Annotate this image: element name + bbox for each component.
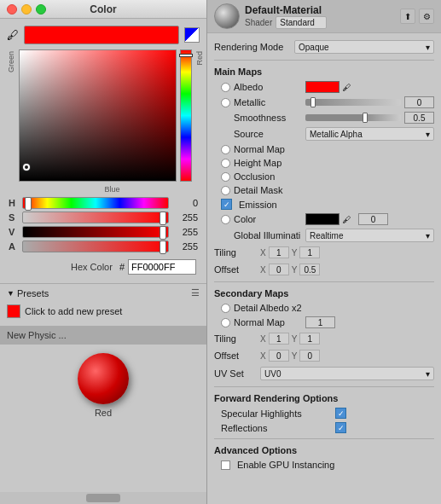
header-icons: ⬆ ⚙ <box>400 9 434 24</box>
uv-set-arrow: ▾ <box>426 369 430 379</box>
hue-track[interactable] <box>22 197 169 209</box>
forward-rendering-label: Forward Rendering Options <box>214 393 434 403</box>
offset-y-value[interactable]: 0.5 <box>299 264 320 275</box>
minimize-button[interactable] <box>21 4 32 14</box>
offset-label: Offset <box>214 264 257 275</box>
hue-cursor <box>179 54 193 57</box>
alpha-value: 255 <box>172 241 198 252</box>
metallic-radio[interactable] <box>221 98 230 107</box>
height-map-radio[interactable] <box>221 159 230 168</box>
sv-cursor <box>23 164 30 171</box>
maximize-button[interactable] <box>36 4 46 14</box>
smoothness-value[interactable]: 0.5 <box>404 112 434 124</box>
presets-arrow-icon: ▼ <box>7 289 15 298</box>
sec-tiling-x-value[interactable]: 1 <box>269 333 289 345</box>
global-illum-value: Realtime <box>310 231 343 240</box>
emission-color-swatch[interactable] <box>305 213 339 225</box>
emission-picker-icon[interactable]: 🖋 <box>343 215 351 224</box>
rendering-mode-dropdown[interactable]: Opaque ▾ <box>294 40 434 54</box>
preset-add[interactable]: Click to add new preset <box>7 302 200 321</box>
material-settings-icon[interactable]: ⚙ <box>419 9 434 24</box>
uv-set-dropdown[interactable]: UV0 ▾ <box>260 367 434 380</box>
alpha-slider-row: A 255 <box>9 240 198 252</box>
albedo-radio[interactable] <box>221 83 230 92</box>
source-dropdown[interactable]: Metallic Alpha ▾ <box>305 127 434 141</box>
reflections-checkbox[interactable]: ✓ <box>335 422 346 433</box>
sv-gradient[interactable] <box>19 49 177 182</box>
saturation-track[interactable] <box>22 211 169 223</box>
hex-label: Hex Color <box>10 262 116 272</box>
secondary-normal-row: Normal Map 1 <box>214 316 434 329</box>
eyedropper-row: 🖋 <box>7 26 200 44</box>
secondary-normal-value[interactable]: 1 <box>305 316 335 328</box>
tiling-y-value[interactable]: 1 <box>299 246 320 258</box>
material-preview-name: Red <box>95 408 112 418</box>
enable-gpu-checkbox[interactable] <box>221 461 230 470</box>
hue-strip[interactable] <box>180 49 192 182</box>
detail-mask-radio[interactable] <box>221 186 230 195</box>
reflections-row: Reflections ✓ <box>214 421 434 434</box>
saturation-label: S <box>9 212 19 223</box>
presets-header: ▼ Presets ☰ <box>7 287 200 298</box>
green-axis-label: Green <box>7 51 15 72</box>
secondary-maps-section: Secondary Maps <box>214 287 434 300</box>
divider-4 <box>214 438 434 439</box>
tiling-x-value[interactable]: 1 <box>269 246 289 258</box>
occlusion-row: Occlusion <box>214 171 434 182</box>
color-preview-bar[interactable] <box>24 26 179 44</box>
hex-input[interactable] <box>128 259 196 275</box>
presets-toggle[interactable]: ▼ Presets <box>7 288 49 298</box>
sec-offset-x-value[interactable]: 0 <box>269 350 289 362</box>
smoothness-slider[interactable] <box>305 114 401 121</box>
occlusion-label: Occlusion <box>234 171 302 182</box>
hue-label: H <box>9 198 19 208</box>
presets-menu-icon[interactable]: ☰ <box>191 287 200 298</box>
color-panel: Color 🖋 Green Red <box>0 0 207 504</box>
advanced-options-label: Advanced Options <box>214 445 434 455</box>
global-illum-dropdown[interactable]: Realtime ▾ <box>305 229 434 242</box>
new-physic-label: New Physic ... <box>7 330 67 340</box>
material-save-icon[interactable]: ⬆ <box>400 9 415 24</box>
metallic-slider[interactable] <box>305 99 401 106</box>
smoothness-row: Smoothness 0.5 <box>214 111 434 125</box>
blue-axis-label: Blue <box>19 185 206 194</box>
normal-map-radio[interactable] <box>221 145 230 154</box>
secondary-offset-row: Offset X 0 Y 0 <box>214 348 434 363</box>
preset-add-label: Click to add new preset <box>25 306 122 316</box>
sec-tiling-y-value[interactable]: 1 <box>299 333 320 345</box>
metallic-label: Metallic <box>234 97 302 107</box>
titlebar: Color <box>0 0 206 19</box>
bottom-scrollbar[interactable] <box>0 492 206 504</box>
albedo-color-swatch[interactable] <box>305 81 339 93</box>
emission-color-radio[interactable] <box>221 215 230 224</box>
secondary-normal-radio[interactable] <box>221 318 230 327</box>
metallic-value[interactable]: 0 <box>404 96 434 108</box>
eyedropper-icon[interactable]: 🖋 <box>7 28 19 42</box>
emission-checkbox[interactable]: ✓ <box>221 199 232 210</box>
presets-label: Presets <box>17 288 49 298</box>
sec-offset-y-value[interactable]: 0 <box>299 350 320 362</box>
secondary-offset-xy: X 0 Y 0 <box>260 350 320 362</box>
sphere-preview <box>78 353 129 404</box>
offset-x-value[interactable]: 0 <box>269 264 289 275</box>
saturation-thumb <box>160 211 166 225</box>
offset-y-label: Y <box>292 265 298 275</box>
uv-set-label: UV Set <box>214 368 257 379</box>
enable-gpu-row: Enable GPU Instancing <box>214 459 434 471</box>
specular-highlights-checkbox[interactable]: ✓ <box>335 408 346 419</box>
traffic-lights <box>7 4 46 14</box>
secondary-tiling-xy: X 1 Y 1 <box>260 333 320 345</box>
alpha-track[interactable] <box>22 240 169 252</box>
global-illum-arrow: ▾ <box>426 231 430 240</box>
sec-offset-y-label: Y <box>292 351 298 361</box>
secondary-offset-label: Offset <box>214 350 257 361</box>
normal-map-label: Normal Map <box>234 144 302 154</box>
rendering-mode-arrow: ▾ <box>426 43 430 52</box>
detail-albedo-radio[interactable] <box>221 304 230 313</box>
shader-dropdown[interactable]: Standard <box>276 16 327 29</box>
albedo-picker-icon[interactable]: 🖋 <box>343 83 351 92</box>
close-button[interactable] <box>7 4 17 14</box>
emission-color-value[interactable]: 0 <box>358 213 388 225</box>
occlusion-radio[interactable] <box>221 172 230 182</box>
value-track[interactable] <box>22 226 169 238</box>
